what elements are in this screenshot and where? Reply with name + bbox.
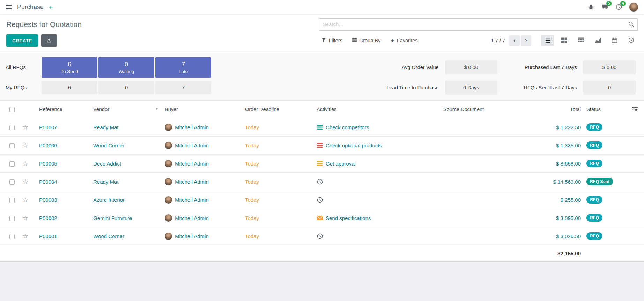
activity-type-icon[interactable] bbox=[317, 143, 323, 148]
app-name[interactable]: Purchase bbox=[17, 3, 44, 11]
row-checkbox[interactable] bbox=[9, 143, 15, 148]
favorite-star-icon[interactable]: ☆ bbox=[22, 196, 28, 204]
column-header-buyer[interactable]: Buyer bbox=[162, 101, 242, 118]
row-checkbox[interactable] bbox=[9, 179, 15, 185]
row-checkbox[interactable] bbox=[9, 125, 15, 130]
create-button[interactable]: CREATE bbox=[6, 34, 38, 47]
vendor-link[interactable]: Ready Mat bbox=[93, 179, 119, 185]
search-input[interactable] bbox=[319, 18, 638, 31]
pager-previous-button[interactable]: ‹ bbox=[509, 35, 520, 46]
favorites-button[interactable]: ★ Favorites bbox=[390, 38, 417, 43]
optional-columns-icon[interactable] bbox=[632, 107, 638, 112]
reference-link[interactable]: P00004 bbox=[39, 179, 57, 185]
row-checkbox[interactable] bbox=[9, 234, 15, 239]
group-by-label: Group By bbox=[359, 38, 380, 43]
buyer-link[interactable]: Mitchell Admin bbox=[175, 233, 209, 239]
buyer-link[interactable]: Mitchell Admin bbox=[175, 161, 209, 167]
table-row[interactable]: ☆ P00006 Wood Corner Mitchell Admin Toda… bbox=[0, 136, 644, 154]
purchased-last-7-days[interactable]: $ 0.00 bbox=[583, 60, 636, 74]
table-row[interactable]: ☆ P00002 Gemini Furniture Mitchell Admin… bbox=[0, 209, 644, 227]
activity-type-icon[interactable] bbox=[317, 233, 323, 239]
column-header-activities[interactable]: Activities bbox=[314, 101, 441, 118]
favorite-star-icon[interactable]: ☆ bbox=[22, 142, 28, 149]
activity-type-icon[interactable] bbox=[317, 161, 323, 166]
vendor-link[interactable]: Azure Interior bbox=[93, 197, 125, 203]
kpi-button[interactable]: 6 To Send bbox=[42, 57, 97, 78]
reference-link[interactable]: P00002 bbox=[39, 215, 57, 221]
favorite-star-icon[interactable]: ☆ bbox=[22, 178, 28, 185]
reference-link[interactable]: P00007 bbox=[39, 124, 57, 130]
row-checkbox[interactable] bbox=[9, 161, 15, 167]
reference-link[interactable]: P00006 bbox=[39, 142, 57, 148]
activity-type-icon[interactable] bbox=[317, 179, 323, 185]
column-header-total[interactable]: Total bbox=[523, 101, 584, 118]
messages-icon[interactable]: 5 bbox=[601, 3, 609, 11]
favorite-star-icon[interactable]: ☆ bbox=[22, 160, 28, 167]
calendar-view-icon bbox=[612, 37, 617, 44]
graph-view-button[interactable] bbox=[591, 35, 604, 46]
row-checkbox[interactable] bbox=[9, 216, 15, 221]
lead-time-to-purchase[interactable]: 0 Days bbox=[445, 81, 497, 95]
group-by-button[interactable]: Group By bbox=[352, 38, 380, 43]
debug-bug-icon[interactable] bbox=[587, 3, 595, 11]
table-row[interactable]: ☆ P00005 Deco Addict Mitchell Admin Toda… bbox=[0, 154, 644, 172]
column-header-status[interactable]: Status bbox=[584, 101, 627, 118]
activity-view-button[interactable] bbox=[625, 35, 638, 46]
vendor-link[interactable]: Ready Mat bbox=[93, 124, 119, 130]
vendor-header-label: Vendor bbox=[93, 107, 109, 112]
column-header-source-document[interactable]: Source Document bbox=[441, 101, 523, 118]
vendor-link[interactable]: Deco Addict bbox=[93, 161, 121, 167]
buyer-link[interactable]: Mitchell Admin bbox=[175, 215, 209, 221]
search-icon[interactable] bbox=[628, 21, 634, 28]
pivot-view-icon bbox=[578, 37, 584, 44]
reference-link[interactable]: P00003 bbox=[39, 197, 57, 203]
reference-link[interactable]: P00001 bbox=[39, 233, 57, 239]
activity-summary-link[interactable]: Send specifications bbox=[326, 215, 371, 221]
plus-icon[interactable]: + bbox=[49, 3, 53, 11]
export-button[interactable] bbox=[41, 34, 57, 47]
row-checkbox[interactable] bbox=[9, 198, 15, 203]
activity-summary-link[interactable]: Check optional products bbox=[326, 142, 382, 148]
activity-type-icon[interactable] bbox=[317, 125, 323, 130]
apps-menu-icon[interactable] bbox=[6, 3, 12, 10]
column-header-order-deadline[interactable]: Order Deadline bbox=[242, 101, 314, 118]
favorite-star-icon[interactable]: ☆ bbox=[22, 233, 28, 240]
pager-range[interactable]: 1-7 / 7 bbox=[491, 38, 505, 43]
buyer-link[interactable]: Mitchell Admin bbox=[175, 197, 209, 203]
activities-clock-icon[interactable]: 4 bbox=[615, 3, 623, 11]
my-kpi-value[interactable]: 7 bbox=[155, 81, 211, 94]
kpi-button[interactable]: 0 Waiting bbox=[98, 57, 154, 78]
my-kpi-value[interactable]: 0 bbox=[98, 81, 154, 94]
activity-type-icon[interactable] bbox=[317, 216, 323, 220]
filters-button[interactable]: Filters bbox=[321, 38, 342, 43]
buyer-link[interactable]: Mitchell Admin bbox=[175, 179, 209, 185]
column-header-vendor[interactable]: Vendor▾ bbox=[90, 101, 162, 118]
rfqs-sent-last-7-days[interactable]: 0 bbox=[583, 81, 636, 95]
table-row[interactable]: ☆ P00007 Ready Mat Mitchell Admin Today bbox=[0, 118, 644, 136]
vendor-link[interactable]: Gemini Furniture bbox=[93, 215, 132, 221]
select-all-checkbox[interactable] bbox=[9, 107, 15, 112]
vendor-link[interactable]: Wood Corner bbox=[93, 142, 124, 148]
pager-next-button[interactable]: › bbox=[521, 35, 531, 46]
favorite-star-icon[interactable]: ☆ bbox=[22, 214, 28, 222]
avg-order-value[interactable]: $ 0.00 bbox=[445, 60, 497, 74]
calendar-view-button[interactable] bbox=[608, 35, 621, 46]
activity-type-icon[interactable] bbox=[317, 197, 323, 203]
favorite-star-icon[interactable]: ☆ bbox=[22, 124, 28, 131]
activity-summary-link[interactable]: Get approval bbox=[326, 161, 356, 167]
table-row[interactable]: ☆ P00003 Azure Interior Mitchell Admin T… bbox=[0, 191, 644, 209]
list-view-button[interactable] bbox=[541, 35, 554, 46]
kanban-view-button[interactable] bbox=[558, 35, 571, 46]
activity-summary-link[interactable]: Check competitors bbox=[326, 124, 369, 130]
buyer-link[interactable]: Mitchell Admin bbox=[175, 124, 209, 130]
kpi-button[interactable]: 7 Late bbox=[155, 57, 211, 78]
buyer-link[interactable]: Mitchell Admin bbox=[175, 142, 209, 148]
pivot-view-button[interactable] bbox=[575, 35, 587, 46]
my-kpi-value[interactable]: 6 bbox=[42, 81, 97, 94]
vendor-link[interactable]: Wood Corner bbox=[93, 233, 124, 239]
table-row[interactable]: ☆ P00001 Wood Corner Mitchell Admin Toda… bbox=[0, 227, 644, 245]
reference-link[interactable]: P00005 bbox=[39, 161, 57, 167]
table-row[interactable]: ☆ P00004 Ready Mat Mitchell Admin Today bbox=[0, 172, 644, 191]
user-avatar[interactable] bbox=[629, 2, 638, 12]
column-header-reference[interactable]: Reference bbox=[36, 101, 90, 118]
